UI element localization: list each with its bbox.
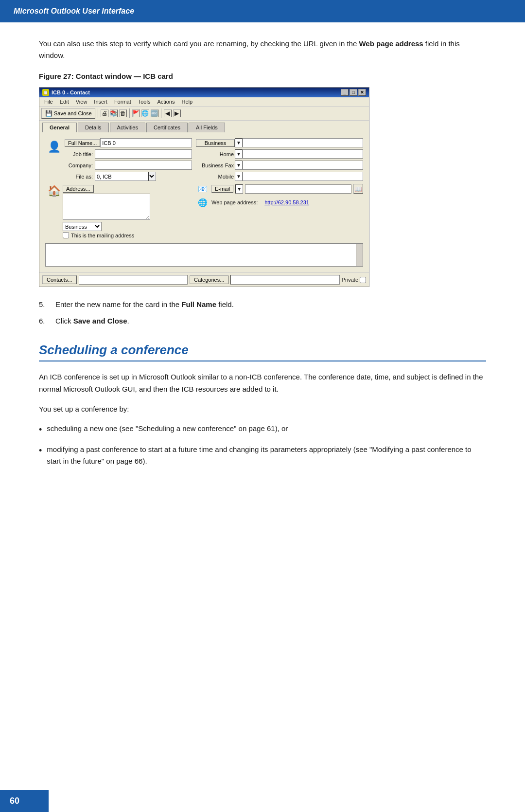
jobtitle-input[interactable] (95, 149, 192, 159)
delete-icon[interactable]: 🗑 (119, 109, 127, 117)
titlebar-controls: _ □ ✕ (341, 89, 366, 96)
fullname-button[interactable]: Full Name... (65, 139, 100, 147)
web-link[interactable]: http://62.90.58.231 (264, 199, 309, 205)
tab-details[interactable]: Details (78, 123, 109, 132)
menu-bar: File Edit View Insert Format Tools Actio… (39, 97, 369, 107)
private-checkbox[interactable] (360, 277, 366, 283)
left-section: 👤 Full Name... Job title: (43, 136, 194, 240)
mobile-phone-arrow[interactable]: ▼ (235, 172, 243, 181)
fileas-dropdown[interactable]: ▼ (148, 172, 156, 181)
fullname-row: Full Name... (65, 138, 192, 147)
bullet-item-2: • modifying a past conference to start a… (39, 444, 486, 467)
business-phone-arrow[interactable]: ▼ (235, 138, 243, 147)
email-button[interactable]: E-mail (211, 185, 233, 193)
address-icon: 🏠 (45, 185, 63, 198)
step-5: 5. Enter the new name for the card in th… (39, 299, 486, 310)
dialog-bottom-bar: Contacts... Categories... Private (39, 272, 369, 287)
business-phone-input[interactable] (243, 138, 363, 147)
categories-button[interactable]: Categories... (190, 275, 228, 284)
back-icon[interactable]: ◀ (164, 109, 172, 117)
web-icon: 🌐 (196, 197, 210, 208)
businessfax-phone-input[interactable] (243, 161, 363, 170)
contacts-button[interactable]: Contacts... (42, 275, 77, 284)
menu-actions[interactable]: Actions (154, 98, 177, 105)
email-section: 📧 E-mail ▼ 📖 🌐 Web page address: http://… (196, 183, 363, 208)
email-icon: 📧 (196, 183, 210, 195)
intro-bold: Web page address (359, 39, 423, 48)
toolbar-separator1 (98, 108, 98, 118)
business-phone-button[interactable]: Business (196, 139, 235, 147)
private-label: Private (342, 277, 358, 283)
right-section: Business ▼ Home ▼ Business Fax ▼ (194, 136, 365, 240)
fileas-input[interactable] (95, 172, 148, 181)
mailing-address-checkbox[interactable] (63, 232, 69, 238)
body-para-1: An ICB conference is set up in Microsoft… (39, 371, 486, 396)
bullet-text-1: scheduling a new one (see "Scheduling a … (47, 423, 288, 437)
minimize-button[interactable]: _ (341, 89, 349, 96)
address-type-dropdown[interactable]: Business (63, 222, 102, 231)
dialog-icon: 📋 (42, 89, 49, 96)
intro-text1: You can also use this step to verify whi… (39, 39, 359, 48)
menu-file[interactable]: File (41, 98, 56, 105)
main-content: You can also use this step to verify whi… (0, 22, 525, 503)
bullet-dot-1: • (39, 423, 42, 437)
tab-allfields[interactable]: All Fields (189, 123, 225, 132)
categories-input[interactable] (230, 275, 339, 285)
menu-insert[interactable]: Insert (91, 98, 110, 105)
forward-icon[interactable]: ▶ (173, 109, 181, 117)
mobile-phone-row: Mobile ▼ (196, 172, 363, 181)
menu-format[interactable]: Format (111, 98, 134, 105)
section-heading: Scheduling a conference (39, 343, 486, 361)
save-close-button[interactable]: 💾 Save and Close (41, 108, 95, 119)
flag-icon[interactable]: 🚩 (132, 109, 140, 117)
toolbar: 💾 Save and Close 🖨 📚 🗑 🚩 🌐 🔤 ◀ ▶ (39, 107, 369, 121)
address-btn-row: Address... (63, 185, 192, 193)
format-icon[interactable]: 🔤 (151, 109, 158, 117)
notes-scrollbar[interactable] (356, 244, 363, 266)
menu-tools[interactable]: Tools (135, 98, 154, 105)
print-icon[interactable]: 🖨 (101, 109, 108, 117)
titlebar-left: 📋 ICB 0 - Contact (42, 89, 90, 96)
dialog-titlebar: 📋 ICB 0 - Contact _ □ ✕ (39, 88, 369, 97)
jobtitle-row: Job title: (65, 149, 192, 159)
address-textarea[interactable] (63, 194, 150, 220)
contact-person-icon: 👤 (45, 138, 63, 156)
page-footer: 60 (0, 790, 49, 812)
company-input[interactable] (95, 161, 192, 170)
header-title: Microsoft Outlook User Interface (14, 7, 134, 15)
fullname-input[interactable] (100, 138, 192, 147)
businessfax-phone-label: Business Fax (196, 162, 235, 168)
company-label: Company: (65, 162, 95, 168)
email-input[interactable] (245, 184, 351, 194)
email-address-book-icon[interactable]: 📖 (353, 184, 363, 194)
menu-help[interactable]: Help (178, 98, 195, 105)
web-label: Web page address: (211, 199, 258, 205)
intro-paragraph: You can also use this step to verify whi… (39, 38, 486, 61)
private-check-row: Private (342, 277, 366, 283)
dialog-body: 👤 Full Name... Job title: (39, 132, 369, 272)
mobile-phone-input[interactable] (243, 172, 363, 181)
tab-general[interactable]: General (42, 123, 77, 132)
tab-bar: General Details Activities Certificates … (39, 121, 369, 132)
businessfax-phone-row: Business Fax ▼ (196, 161, 363, 170)
contacts-input[interactable] (79, 275, 188, 285)
email-arrow[interactable]: ▼ (235, 184, 243, 194)
home-phone-row: Home ▼ (196, 149, 363, 159)
home-phone-arrow[interactable]: ▼ (235, 149, 243, 159)
maximize-button[interactable]: □ (350, 89, 357, 96)
header-bar: Microsoft Outlook User Interface (0, 0, 525, 22)
notes-area[interactable]: ▲ ▼ (45, 243, 363, 267)
tab-certificates[interactable]: Certificates (146, 123, 188, 132)
step6-num: 6. (39, 315, 50, 327)
address-button[interactable]: Address... (63, 185, 94, 193)
menu-edit[interactable]: Edit (57, 98, 72, 105)
businessfax-phone-arrow[interactable]: ▼ (235, 161, 243, 170)
address-book-icon[interactable]: 📚 (110, 109, 118, 117)
home-phone-input[interactable] (243, 149, 363, 159)
tab-activities[interactable]: Activities (110, 123, 145, 132)
menu-view[interactable]: View (73, 98, 90, 105)
close-button[interactable]: ✕ (358, 89, 366, 96)
step5-num: 5. (39, 299, 50, 310)
globe-icon[interactable]: 🌐 (141, 109, 149, 117)
step6-text: Click Save and Close. (55, 315, 129, 327)
